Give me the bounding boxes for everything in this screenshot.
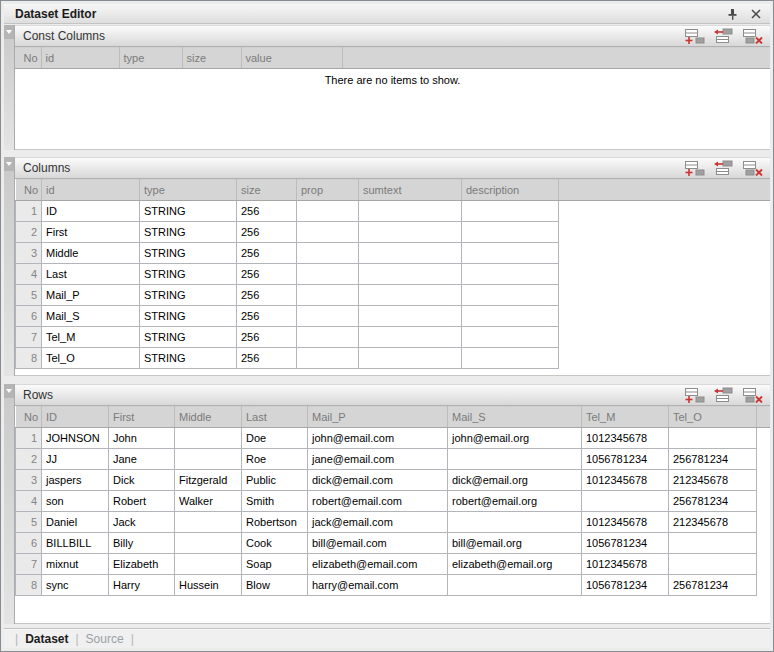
close-icon[interactable] — [748, 7, 764, 21]
cell[interactable]: Robert — [109, 491, 175, 512]
cell[interactable]: 256781234 — [669, 491, 757, 512]
row-number[interactable]: 6 — [16, 533, 42, 554]
cell[interactable] — [462, 306, 559, 327]
table-row[interactable]: 6BILLBILLBillyCookbill@email.combill@ema… — [16, 533, 771, 554]
column-header-size[interactable]: size — [237, 180, 297, 201]
cell[interactable] — [175, 554, 242, 575]
row-number[interactable]: 1 — [16, 201, 42, 222]
column-header-mail_s[interactable]: Mail_S — [448, 407, 582, 428]
add-row-icon[interactable] — [684, 160, 706, 176]
table-row[interactable]: 8syncHarryHusseinBlowharry@email.com1056… — [16, 575, 771, 596]
column-header-tel_o[interactable]: Tel_O — [669, 407, 757, 428]
row-number[interactable]: 4 — [16, 264, 42, 285]
collapse-gutter[interactable] — [4, 157, 15, 376]
cell[interactable]: elizabeth@email.com — [308, 554, 448, 575]
row-number[interactable]: 7 — [16, 554, 42, 575]
cell[interactable]: Public — [242, 470, 308, 491]
column-header-type[interactable]: type — [119, 48, 182, 69]
cell[interactable]: STRING — [140, 243, 237, 264]
row-number[interactable]: 5 — [16, 285, 42, 306]
cell[interactable]: STRING — [140, 285, 237, 306]
cell[interactable]: robert@email.org — [448, 491, 582, 512]
cell[interactable]: Soap — [242, 554, 308, 575]
collapse-gutter[interactable] — [4, 384, 15, 624]
cell[interactable]: 212345678 — [669, 512, 757, 533]
column-header-no[interactable]: No — [15, 48, 41, 69]
cell[interactable]: 256 — [237, 306, 297, 327]
column-header-first[interactable]: First — [109, 407, 175, 428]
table-row[interactable]: 1JOHNSONJohnDoejohn@email.comjohn@email.… — [16, 428, 771, 449]
cell[interactable]: STRING — [140, 348, 237, 369]
insert-row-icon[interactable] — [713, 28, 735, 44]
cell[interactable] — [462, 348, 559, 369]
cell[interactable]: Tel_O — [42, 348, 140, 369]
cell[interactable]: bill@email.org — [448, 533, 582, 554]
chevron-down-icon[interactable] — [4, 157, 14, 171]
column-header-tel_m[interactable]: Tel_M — [582, 407, 669, 428]
column-header-size[interactable]: size — [182, 48, 241, 69]
cell[interactable]: Fitzgerald — [175, 470, 242, 491]
cell[interactable]: Robertson — [242, 512, 308, 533]
cell[interactable]: STRING — [140, 264, 237, 285]
row-number[interactable]: 2 — [16, 449, 42, 470]
cell[interactable]: 256781234 — [669, 575, 757, 596]
chevron-down-icon[interactable] — [4, 384, 14, 398]
cell[interactable]: 256 — [237, 264, 297, 285]
column-header-no[interactable]: No — [16, 180, 42, 201]
cell[interactable]: Middle — [42, 243, 140, 264]
cell[interactable] — [359, 264, 462, 285]
row-number[interactable]: 4 — [16, 491, 42, 512]
cell[interactable]: STRING — [140, 201, 237, 222]
cell[interactable]: 1012345678 — [582, 470, 669, 491]
cell[interactable]: 256 — [237, 222, 297, 243]
table-row[interactable]: 5DanielJackRobertsonjack@email.com101234… — [16, 512, 771, 533]
column-header-id[interactable]: id — [41, 48, 119, 69]
cell[interactable] — [297, 243, 359, 264]
cell[interactable]: Jane — [109, 449, 175, 470]
column-header-type[interactable]: type — [140, 180, 237, 201]
table-row[interactable]: 8Tel_OSTRING256 — [16, 348, 771, 369]
cell[interactable] — [359, 285, 462, 306]
cell[interactable]: 256781234 — [669, 449, 757, 470]
cell[interactable] — [359, 243, 462, 264]
cell[interactable] — [175, 428, 242, 449]
row-number[interactable]: 8 — [16, 575, 42, 596]
tab-source[interactable]: Source — [86, 632, 124, 646]
cell[interactable]: mixnut — [42, 554, 109, 575]
cell[interactable]: jane@email.com — [308, 449, 448, 470]
cell[interactable]: Mail_P — [42, 285, 140, 306]
row-number[interactable]: 8 — [16, 348, 42, 369]
cell[interactable]: JOHNSON — [42, 428, 109, 449]
cell[interactable]: Daniel — [42, 512, 109, 533]
cell[interactable]: 1056781234 — [582, 449, 669, 470]
cell[interactable]: First — [42, 222, 140, 243]
cell[interactable] — [175, 533, 242, 554]
cell[interactable]: Mail_S — [42, 306, 140, 327]
row-number[interactable]: 7 — [16, 327, 42, 348]
cell[interactable]: Blow — [242, 575, 308, 596]
cell[interactable]: bill@email.com — [308, 533, 448, 554]
cell[interactable]: 1012345678 — [582, 512, 669, 533]
cell[interactable] — [297, 201, 359, 222]
cell[interactable] — [669, 428, 757, 449]
row-number[interactable]: 6 — [16, 306, 42, 327]
delete-row-icon[interactable] — [742, 387, 764, 403]
cell[interactable]: Tel_M — [42, 327, 140, 348]
column-header-id[interactable]: ID — [42, 407, 109, 428]
cell[interactable] — [669, 533, 757, 554]
table-row[interactable]: 2JJJaneRoejane@email.com1056781234256781… — [16, 449, 771, 470]
cell[interactable]: Roe — [242, 449, 308, 470]
column-header-middle[interactable]: Middle — [175, 407, 242, 428]
cell[interactable]: john@email.com — [308, 428, 448, 449]
delete-row-icon[interactable] — [742, 28, 764, 44]
table-row[interactable]: 4LastSTRING256 — [16, 264, 771, 285]
cell[interactable] — [669, 554, 757, 575]
cell[interactable]: 1012345678 — [582, 554, 669, 575]
cell[interactable]: JJ — [42, 449, 109, 470]
cell[interactable]: Smith — [242, 491, 308, 512]
cell[interactable]: 256 — [237, 348, 297, 369]
cell[interactable] — [462, 285, 559, 306]
cell[interactable]: Harry — [109, 575, 175, 596]
cell[interactable]: STRING — [140, 306, 237, 327]
cell[interactable]: Elizabeth — [109, 554, 175, 575]
